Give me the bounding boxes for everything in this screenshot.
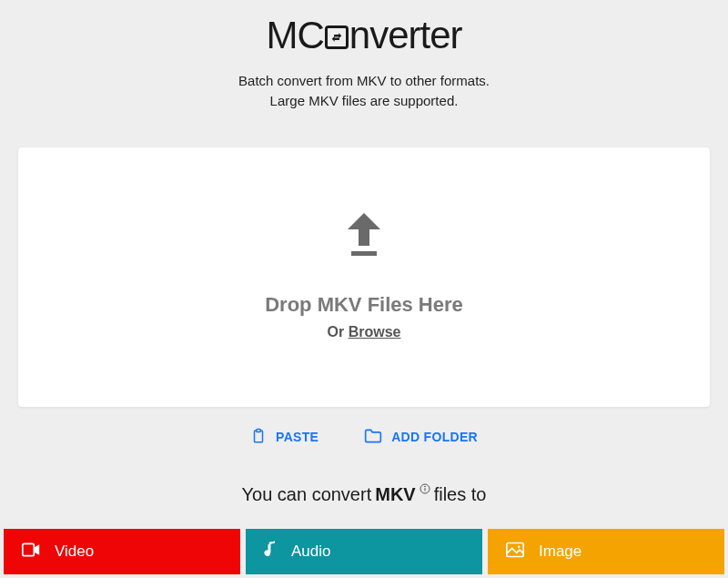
- info-icon[interactable]: [420, 483, 430, 494]
- subtitle: Batch convert from MKV to other formats.…: [238, 71, 490, 111]
- svg-point-10: [518, 545, 521, 548]
- format-tabs: Video Audio Image: [0, 529, 728, 578]
- tab-image[interactable]: Image: [488, 529, 724, 574]
- svg-rect-8: [269, 542, 271, 553]
- convert-suffix: files to: [434, 484, 487, 505]
- browse-line: Or Browse: [328, 324, 401, 340]
- or-text: Or: [328, 324, 349, 340]
- folder-icon: [364, 428, 382, 447]
- logo: MC nverter: [266, 16, 461, 55]
- logo-prefix: MC: [266, 16, 323, 55]
- convert-heading: You can convert MKV files to: [242, 484, 487, 505]
- tab-video[interactable]: Video: [4, 529, 240, 574]
- svg-rect-2: [257, 429, 261, 431]
- convert-format: MKV: [375, 484, 415, 505]
- video-icon: [22, 543, 40, 562]
- drop-title: Drop MKV Files Here: [265, 293, 463, 317]
- tab-image-label: Image: [539, 543, 581, 561]
- tab-audio[interactable]: Audio: [246, 529, 482, 574]
- file-dropzone[interactable]: Drop MKV Files Here Or Browse: [18, 147, 710, 407]
- svg-rect-6: [23, 543, 34, 555]
- tab-audio-label: Audio: [291, 543, 330, 561]
- paste-button[interactable]: PASTE: [250, 427, 318, 448]
- add-folder-button[interactable]: ADD FOLDER: [364, 428, 478, 447]
- image-icon: [506, 542, 524, 563]
- logo-suffix: nverter: [349, 16, 462, 55]
- subtitle-line2: Large MKV files are supported.: [238, 91, 490, 111]
- paste-label: PASTE: [276, 430, 318, 444]
- tab-video-label: Video: [55, 543, 94, 561]
- upload-icon: [344, 213, 384, 260]
- svg-rect-9: [507, 543, 523, 556]
- browse-link[interactable]: Browse: [349, 324, 401, 340]
- subtitle-line1: Batch convert from MKV to other formats.: [238, 71, 490, 91]
- clipboard-icon: [250, 427, 267, 448]
- convert-prefix: You can convert: [242, 484, 372, 505]
- add-folder-label: ADD FOLDER: [391, 430, 478, 444]
- svg-rect-0: [351, 251, 377, 256]
- svg-point-5: [424, 486, 425, 487]
- swap-icon: [325, 25, 349, 49]
- audio-icon: [264, 541, 277, 563]
- dropzone-actions: PASTE ADD FOLDER: [250, 427, 478, 448]
